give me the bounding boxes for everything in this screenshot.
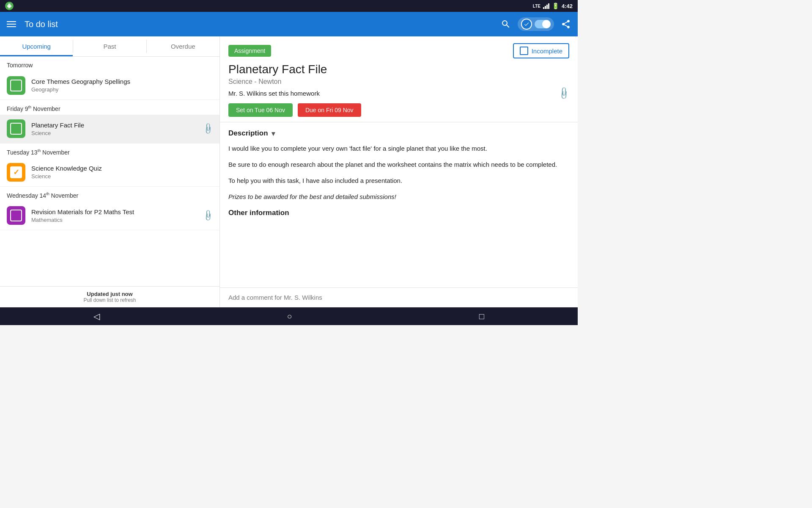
description-para-1: I would like you to complete your very o… <box>228 144 569 154</box>
detail-header-top: Assignment Incomplete <box>228 43 569 58</box>
checkbox-unchecked-2 <box>10 123 22 135</box>
back-button[interactable]: ◁ <box>93 311 100 321</box>
checkbox-unchecked-3 <box>10 210 22 221</box>
footer-subtext: Pull down list to refresh <box>7 297 213 303</box>
checkmark-icon: ✓ <box>13 168 19 177</box>
item-text-4: Revision Materials for P2 Maths Test Mat… <box>31 208 198 223</box>
signal-icon <box>543 3 549 9</box>
item-title: Core Themes Geography Spellings <box>31 78 213 85</box>
paperclip-icon: 📎 <box>557 86 571 101</box>
incomplete-label: Incomplete <box>532 47 562 55</box>
item-title-3: Science Knowledge Quiz <box>31 165 213 172</box>
set-date-chip: Set on Tue 06 Nov <box>228 103 293 117</box>
lte-label: LTE <box>533 4 540 8</box>
android-icon <box>5 2 14 10</box>
detail-header: Assignment Incomplete Planetary Fact Fil… <box>220 36 578 122</box>
list-item[interactable]: Revision Materials for P2 Maths Test Mat… <box>0 202 219 230</box>
recents-button[interactable]: □ <box>479 312 484 321</box>
complete-toggle[interactable] <box>518 17 554 31</box>
description-italic: Prizes to be awarded for the best and de… <box>228 192 569 202</box>
description-title: Description <box>228 129 268 138</box>
item-subtitle-2: Science <box>31 130 198 136</box>
tab-bar: Upcoming Past Overdue <box>0 36 219 57</box>
due-date-chip: Due on Fri 09 Nov <box>298 103 361 117</box>
home-button[interactable]: ○ <box>287 312 292 321</box>
list-item[interactable]: ✓ Science Knowledge Quiz Science <box>0 158 219 187</box>
search-button[interactable] <box>501 19 511 29</box>
item-subtitle: Geography <box>31 86 213 93</box>
incomplete-button[interactable]: Incomplete <box>513 43 569 58</box>
detail-teacher: Mr. S. Wilkins set this homework <box>228 90 320 97</box>
share-button[interactable] <box>561 19 571 29</box>
assignment-badge: Assignment <box>228 45 271 57</box>
incomplete-checkbox-icon <box>520 47 528 55</box>
bottom-nav: ◁ ○ □ <box>0 307 578 325</box>
item-title-2: Planetary Fact File <box>31 121 198 129</box>
toggle-check-icon <box>521 19 532 30</box>
item-icon-purple <box>7 206 25 225</box>
toggle-thumb <box>542 20 551 28</box>
app-bar-icons <box>501 17 571 31</box>
detail-title: Planetary Fact File <box>228 63 569 76</box>
comment-input[interactable] <box>228 294 569 301</box>
description-header: Description ▾ <box>228 129 569 138</box>
battery-icon: 🔋 <box>552 3 559 9</box>
comment-bar <box>220 287 578 307</box>
app-title: To do list <box>25 19 492 29</box>
description-para-3: To help you with this task, I have also … <box>228 176 569 186</box>
item-text-3: Science Knowledge Quiz Science <box>31 165 213 179</box>
time-display: 4:42 <box>562 3 573 9</box>
detail-teacher-row: Mr. S. Wilkins set this homework 📎 <box>228 88 569 98</box>
attachment-icon-2: 📎 <box>201 209 214 222</box>
item-icon-orange: ✓ <box>7 163 25 182</box>
app-bar: To do list <box>0 12 578 36</box>
section-tomorrow: Tomorrow <box>0 57 219 71</box>
detail-body: Description ▾ I would like you to comple… <box>220 122 578 287</box>
footer-updated: Updated just now <box>7 291 213 297</box>
item-subtitle-3: Science <box>31 173 213 179</box>
list-footer: Updated just now Pull down list to refre… <box>0 286 219 307</box>
section-tuesday: Tuesday 13th November <box>0 144 219 158</box>
checkbox-unchecked <box>10 80 22 91</box>
section-wednesday: Wednesday 14th November <box>0 187 219 202</box>
list-item[interactable]: Planetary Fact File Science 📎 <box>0 115 219 144</box>
tab-overdue[interactable]: Overdue <box>147 36 219 56</box>
description-para-2: Be sure to do enough research about the … <box>228 160 569 170</box>
toggle-track <box>535 20 551 28</box>
section-friday: Friday 9th November <box>0 100 219 115</box>
other-info-header: Other information <box>228 209 569 217</box>
tab-upcoming[interactable]: Upcoming <box>0 36 73 56</box>
assignment-list: Tomorrow Core Themes Geography Spellings… <box>0 57 219 286</box>
main-content: Upcoming Past Overdue Tomorrow Core Them… <box>0 36 578 307</box>
list-item[interactable]: Core Themes Geography Spellings Geograph… <box>0 71 219 100</box>
checkbox-checked: ✓ <box>10 166 22 178</box>
item-icon-green <box>7 76 25 95</box>
status-bar-right: LTE 🔋 4:42 <box>533 3 573 9</box>
date-chips: Set on Tue 06 Nov Due on Fri 09 Nov <box>228 103 569 117</box>
status-bar: LTE 🔋 4:42 <box>0 0 578 12</box>
detail-subject: Science - Newton <box>228 78 569 86</box>
item-subtitle-4: Mathematics <box>31 217 198 223</box>
attachment-icon: 📎 <box>201 122 214 135</box>
tab-past[interactable]: Past <box>73 36 146 56</box>
item-text: Core Themes Geography Spellings Geograph… <box>31 78 213 93</box>
right-panel: Assignment Incomplete Planetary Fact Fil… <box>220 36 578 307</box>
item-text-2: Planetary Fact File Science <box>31 121 198 136</box>
menu-button[interactable] <box>7 21 16 27</box>
left-panel: Upcoming Past Overdue Tomorrow Core Them… <box>0 36 220 307</box>
item-icon-green-2 <box>7 119 25 138</box>
chevron-down-icon[interactable]: ▾ <box>272 130 275 138</box>
status-bar-left <box>5 2 14 10</box>
item-title-4: Revision Materials for P2 Maths Test <box>31 208 198 215</box>
